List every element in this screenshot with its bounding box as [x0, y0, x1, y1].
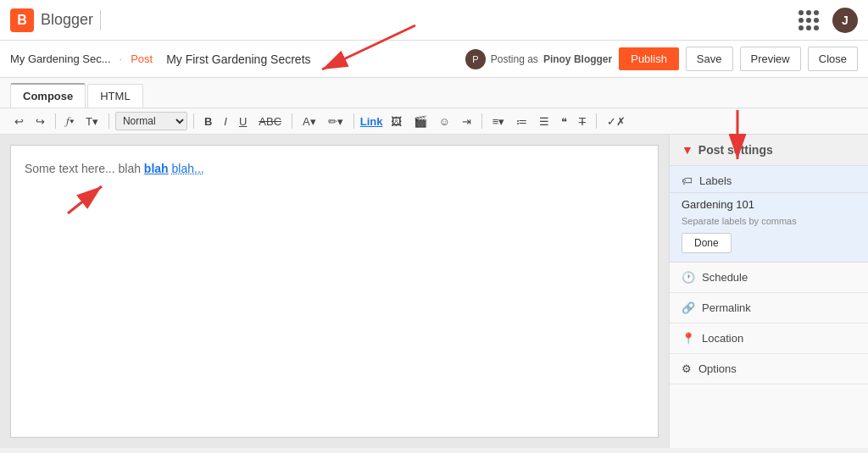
close-button[interactable]: Close [808, 47, 858, 71]
label-icon: 🏷 [682, 174, 693, 187]
avatar[interactable]: J [832, 8, 858, 33]
schedule-label: Schedule [702, 271, 748, 284]
options-icon: ⚙ [682, 362, 692, 375]
font-button[interactable]: 𝑓▾ [62, 112, 78, 130]
format-select[interactable]: Normal Heading 1 Heading 2 [115, 112, 187, 130]
bold-text: blah [144, 162, 169, 175]
schedule-item[interactable]: 🕐 Schedule [670, 262, 868, 293]
location-icon: 📍 [682, 332, 695, 345]
blogger-logo: B [10, 8, 34, 32]
sep5 [353, 113, 354, 129]
permalink-item[interactable]: 🔗 Permalink [670, 293, 868, 323]
blog-name: My Gardening Sec... [10, 52, 111, 65]
labels-header[interactable]: 🏷 Labels [670, 166, 868, 193]
sep7 [596, 113, 597, 129]
quote-button[interactable]: ❝ [557, 113, 571, 130]
tab-compose[interactable]: Compose [10, 83, 86, 108]
underline-button[interactable]: U [235, 113, 251, 130]
options-item[interactable]: ⚙ Options [670, 354, 868, 384]
post-title-input[interactable] [159, 49, 459, 69]
font-size-button[interactable]: T▾ [81, 113, 103, 130]
sep6 [481, 113, 482, 129]
spell-check-button[interactable]: ✓✗ [603, 113, 630, 130]
sep3 [193, 113, 194, 129]
preview-button[interactable]: Preview [740, 47, 801, 71]
highlight-button[interactable]: ✏▾ [324, 113, 348, 130]
sidebar: ▼ Post settings 🏷 Labels Gardening 101 S… [669, 135, 868, 448]
editor-box[interactable]: Some text here... blah blah blah... [10, 145, 659, 438]
emoji-button[interactable]: ☺ [435, 113, 454, 130]
undo-button[interactable]: ↩ [10, 113, 28, 130]
jump-button[interactable]: ⇥ [458, 113, 476, 130]
publish-button[interactable]: Publish [619, 47, 679, 70]
permalink-label: Permalink [702, 301, 751, 314]
align-button[interactable]: ≡▾ [488, 113, 509, 130]
app-name: Blogger [41, 11, 93, 29]
unordered-list-button[interactable]: ☰ [535, 113, 554, 130]
italic-button[interactable]: I [220, 113, 231, 130]
user-name: Pinoy Blogger [543, 53, 612, 65]
schedule-icon: 🕐 [682, 271, 695, 284]
label-hint: Separate labels by commas [682, 216, 856, 226]
video-button[interactable]: 🎬 [409, 113, 431, 130]
grid-icon[interactable] [798, 10, 819, 30]
redo-button[interactable]: ↪ [31, 113, 49, 130]
link-button[interactable]: Link [360, 115, 383, 128]
labels-section: 🏷 Labels Gardening 101 Separate labels b… [670, 166, 868, 262]
ordered-list-button[interactable]: ≔ [512, 113, 531, 130]
location-label: Location [702, 332, 743, 345]
sep1 [55, 113, 56, 129]
permalink-icon: 🔗 [682, 301, 695, 314]
options-label: Options [698, 362, 737, 375]
post-settings-header: ▼ Post settings [670, 135, 868, 166]
location-item[interactable]: 📍 Location [670, 323, 868, 354]
editor-content: Some text here... blah blah blah... [25, 162, 204, 175]
remove-format-button[interactable]: T̶ [575, 113, 590, 130]
sep2 [108, 113, 109, 129]
dotted-text: blah... [172, 162, 204, 175]
labels-label: Labels [699, 174, 732, 187]
top-right-controls: J [798, 8, 858, 33]
editor-area: Some text here... blah blah blah... [0, 135, 669, 448]
post-label: Post [131, 52, 153, 65]
text-color-button[interactable]: A▾ [298, 113, 320, 130]
post-settings-label: Post settings [698, 143, 773, 157]
arrow-icon: ▼ [682, 143, 693, 157]
posting-avatar: P [465, 49, 486, 69]
done-button[interactable]: Done [682, 233, 732, 253]
labels-content: Gardening 101 Separate labels by commas … [670, 193, 868, 262]
strikethrough-button[interactable]: ABC [254, 113, 286, 130]
posting-as: P Posting as Pinoy Blogger [465, 49, 612, 69]
label-tag: Gardening 101 [682, 198, 856, 211]
posting-as-text: Posting as [491, 53, 538, 65]
separator: · [120, 52, 123, 65]
tab-html[interactable]: HTML [87, 84, 142, 108]
sep4 [292, 113, 292, 129]
image-button[interactable]: 🖼 [387, 113, 406, 130]
save-button[interactable]: Save [686, 47, 733, 71]
top-divider [100, 10, 101, 30]
bold-button[interactable]: B [200, 113, 216, 130]
